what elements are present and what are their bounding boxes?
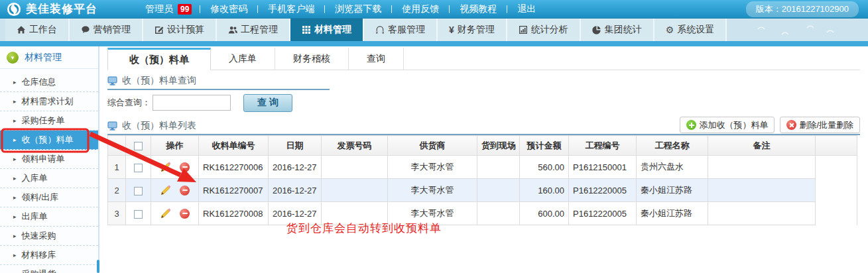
column-header-tail	[816, 136, 857, 156]
change-password-link[interactable]: 修改密码	[200, 3, 257, 15]
sidebar-item-outbound[interactable]: ▸出库单	[0, 207, 98, 227]
query-section-header: 收（预）料单查询	[107, 73, 330, 90]
project-name-cell: 秦小姐江苏路	[637, 202, 708, 225]
sidebar-item-label: 领料/出库	[22, 191, 59, 203]
remark-cell	[708, 179, 816, 202]
delete-batch-button[interactable]: 删除/批量删除	[780, 117, 860, 133]
triangle-icon: ▸	[13, 156, 17, 162]
nav-item-design-budget[interactable]: 设计预算	[143, 19, 217, 41]
sidebar-item-inbound[interactable]: ▸入库单	[0, 169, 98, 188]
triangle-icon: ▸	[13, 117, 17, 124]
nav-item-marketing[interactable]: 营销管理	[70, 19, 143, 41]
supplier-cell: 李大哥水管	[388, 156, 477, 179]
column-header-remark: 备注	[708, 136, 816, 156]
table-header-row: 操作 收料单编号 日期 发票号码 供货商 货到现场 预计金额 工程编号 工程名称…	[108, 136, 857, 156]
x-icon	[786, 120, 796, 130]
add-receipt-button[interactable]: 添加收（预）料单	[680, 117, 775, 133]
nav-label: 材料管理	[314, 24, 351, 36]
table-row: 1 RK1612270006 2016-12-27 李大哥水管 560.00 P…	[108, 156, 857, 179]
sidebar-item-receive-pre-material[interactable]: ▸收（预）料单	[0, 131, 98, 150]
search-input[interactable]	[153, 95, 231, 111]
yen-icon: ¥	[449, 25, 454, 35]
sidebar-item-label: 采购退货	[22, 268, 56, 273]
sidebar-item-label: 出库单	[22, 211, 48, 223]
sidebar-item-pick-outbound[interactable]: ▸领料/出库	[0, 188, 98, 207]
notification-badge[interactable]: 99	[178, 4, 192, 15]
monitor-icon	[107, 121, 117, 131]
nav-item-statistics[interactable]: 统计分析	[507, 19, 581, 41]
tab-label: 查询	[367, 53, 385, 65]
sidebar-item-label: 材料移库	[22, 249, 56, 261]
edit-icon[interactable]	[160, 185, 171, 196]
tail-cell	[816, 179, 857, 202]
mobile-client-link[interactable]: 手机客户端	[258, 3, 324, 15]
sidebar-item-quick-purchase[interactable]: ▸快速采购	[0, 227, 98, 246]
project-no-cell: P1612220005	[569, 179, 637, 202]
home-icon	[17, 25, 26, 34]
remark-cell	[708, 156, 816, 179]
sidebar-item-label: 领料申请单	[22, 153, 65, 165]
query-button[interactable]: 查 询	[243, 94, 292, 112]
admin-link[interactable]: 管理员 99	[137, 3, 200, 15]
nav-label: 营销管理	[93, 24, 131, 36]
feedback-link[interactable]: 使用反馈	[392, 3, 449, 15]
tab-bar: 收（预）料单 入库单 财务稽核 查询	[107, 48, 860, 70]
pie-chart-icon	[592, 25, 601, 34]
nav-item-group-stats[interactable]: 集团统计	[581, 19, 654, 41]
nav-item-workbench[interactable]: 工作台	[5, 19, 70, 41]
receipt-no-cell: RK1612270007	[199, 179, 269, 202]
amount-cell: 560.00	[520, 156, 569, 179]
main-nav: 工作台 营销管理 设计预算 工程管理 材料管理 客服管理 ¥ 财务管理 统计分析	[0, 19, 868, 41]
on-site-cell	[477, 202, 520, 225]
sidebar-header[interactable]: ▾ 材料管理	[0, 46, 98, 69]
sidebar-item-material-transfer[interactable]: ▸材料移库	[0, 246, 98, 265]
delete-icon[interactable]	[180, 186, 190, 195]
sidebar-item-material-demand-plan[interactable]: ▸材料需求计划	[0, 92, 98, 111]
date-cell: 2016-12-27	[269, 156, 322, 179]
nav-label: 集团统计	[605, 24, 642, 36]
table-row: 3 RK1612270008 2016-12-27 李大哥水管 600.00 P…	[108, 202, 857, 225]
sidebar-item-material-request[interactable]: ▸领料申请单	[0, 150, 98, 169]
nav-item-finance[interactable]: ¥ 财务管理	[438, 19, 507, 41]
tab-finance-audit[interactable]: 财务稽核	[275, 48, 349, 70]
nav-label: 财务管理	[458, 24, 495, 36]
row-checkbox[interactable]	[134, 164, 143, 172]
browser-download-link[interactable]: 浏览器下载	[325, 3, 391, 15]
row-number: 2	[108, 179, 126, 202]
edit-icon[interactable]	[160, 208, 171, 219]
delete-icon[interactable]	[180, 209, 190, 219]
nav-item-customer-service[interactable]: 客服管理	[364, 19, 438, 41]
gear-icon: ⚙	[666, 25, 674, 35]
sidebar-item-purchase-task[interactable]: ▸采购任务单	[0, 111, 98, 131]
nav-item-engineering[interactable]: 工程管理	[217, 19, 290, 41]
tab-query[interactable]: 查询	[349, 48, 404, 70]
tab-label: 入库单	[229, 53, 257, 65]
headset-icon	[375, 25, 385, 34]
edit-icon[interactable]	[160, 162, 171, 173]
triangle-icon: ▸	[13, 175, 17, 182]
tail-cell	[816, 202, 857, 225]
nav-item-system-settings[interactable]: ⚙ 系统设置	[654, 19, 727, 41]
tab-label: 收（预）料单	[129, 54, 189, 66]
list-section-title: 收（预）料单列表	[122, 120, 196, 132]
column-header-project-name: 工程名称	[637, 136, 708, 156]
column-header-receipt-no: 收料单编号	[199, 136, 269, 156]
select-all-header	[126, 136, 151, 156]
sidebar-item-label: 入库单	[22, 172, 48, 184]
row-checkbox[interactable]	[134, 187, 143, 195]
tail-cell	[816, 156, 857, 179]
sidebar-item-purchase-return[interactable]: ▸采购退货	[0, 265, 98, 273]
logout-link[interactable]: 退出	[507, 3, 546, 15]
delete-icon[interactable]	[180, 162, 190, 172]
grid-icon	[302, 25, 311, 34]
select-all-checkbox[interactable]	[134, 142, 143, 150]
tab-inbound[interactable]: 入库单	[211, 48, 275, 70]
sidebar: ▾ 材料管理 ▸仓库信息 ▸材料需求计划 ▸采购任务单 ▸收（预）料单 ▸领料申…	[0, 46, 99, 273]
row-checkbox[interactable]	[134, 210, 143, 219]
sidebar-item-label: 仓库信息	[22, 76, 56, 88]
sidebar-item-warehouse-info[interactable]: ▸仓库信息	[0, 73, 98, 92]
remark-cell	[708, 202, 816, 225]
nav-item-materials[interactable]: 材料管理	[290, 19, 364, 41]
video-tutorial-link[interactable]: 视频教程	[450, 3, 507, 15]
tab-receive-pre-material[interactable]: 收（预）料单	[107, 48, 211, 70]
